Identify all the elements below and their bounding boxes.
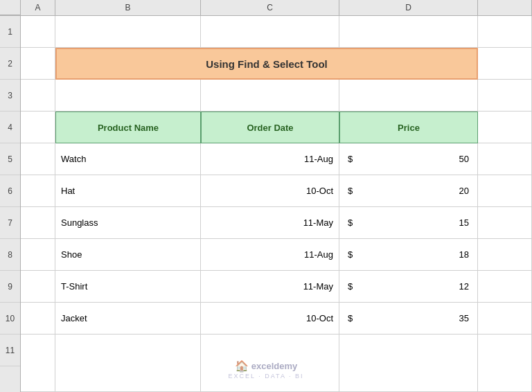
currency-8: $ [348,249,353,260]
cell-1a [21,16,55,48]
row-numbers: 1 2 3 4 5 6 7 8 9 10 11 [0,16,21,392]
cell-10e [478,303,532,335]
cell-10a [21,303,55,335]
grid-body: 1 2 3 4 5 6 7 8 9 10 11 U [0,16,532,392]
cell-8d: $ 18 [339,239,478,271]
watermark-subtitle: EXCEL · DATA · BI [229,373,304,380]
grid-row-10: Jacket 10-Oct $ 35 [21,303,532,335]
spreadsheet: A B C D 1 2 3 4 5 6 7 8 9 10 11 [0,0,532,392]
cell-7b: Sunglass [55,207,201,239]
price-6: 20 [459,186,469,196]
cell-8c: 11-Aug [201,239,339,271]
cell-11e [478,335,532,392]
grid-row-5: Watch 11-Aug $ 50 [21,143,532,175]
cell-9a [21,271,55,303]
watermark-icon: 🏠 [235,359,249,373]
cell-7e [478,207,532,239]
cell-10c: 10-Oct [201,303,339,335]
cell-5a [21,143,55,175]
cell-6c: 10-Oct [201,175,339,207]
col-header-b: B [55,0,201,15]
cell-8e [478,239,532,271]
cell-2e [478,48,532,80]
watermark: 🏠 exceldemy EXCEL · DATA · BI [229,359,304,380]
cell-5e [478,143,532,175]
cell-5c: 11-Aug [201,143,339,175]
currency-10: $ [348,313,353,323]
cell-11b [55,335,201,392]
cell-1e [478,16,532,48]
header-date: Order Date [201,112,339,143]
column-headers: A B C D [0,0,532,16]
grid-row-6: Hat 10-Oct $ 20 [21,175,532,207]
cell-7d: $ 15 [339,207,478,239]
cell-6d: $ 20 [339,175,478,207]
grid-content: Using Find & Select Tool Product Name Or… [21,16,532,392]
row-num-9: 9 [0,271,20,303]
cell-4a [21,112,55,143]
currency-6: $ [348,186,353,196]
cell-6b: Hat [55,175,201,207]
header-product: Product Name [55,112,201,143]
cell-10d: $ 35 [339,303,478,335]
cell-8b: Shoe [55,239,201,271]
row-num-6: 6 [0,175,20,207]
price-9: 12 [459,281,469,292]
row-num-11: 11 [0,335,20,366]
row-num-7: 7 [0,207,20,239]
cell-4e [478,112,532,143]
price-5: 50 [459,154,469,164]
grid-row-2: Using Find & Select Tool [21,48,532,80]
col-header-a: A [21,0,55,15]
row-num-1: 1 [0,16,20,48]
price-7: 15 [459,217,469,228]
cell-11a [21,335,55,392]
cell-9c: 11-May [201,271,339,303]
cell-3e [478,80,532,112]
grid-row-1 [21,16,532,48]
cell-7c: 11-May [201,207,339,239]
row-num-3: 3 [0,80,20,112]
price-10: 35 [459,313,469,323]
cell-3b [55,80,201,112]
grid-row-3 [21,80,532,112]
price-8: 18 [459,249,469,260]
cell-3c [201,80,339,112]
cell-9b: T-Shirt [55,271,201,303]
header-price: Price [339,112,478,143]
cell-6e [478,175,532,207]
cell-5d: $ 50 [339,143,478,175]
cell-3a [21,80,55,112]
row-num-10: 10 [0,303,20,335]
cell-10b: Jacket [55,303,201,335]
col-header-d: D [339,0,478,15]
cell-1c [201,16,339,48]
watermark-name: exceldemy [251,361,298,371]
grid-row-9: T-Shirt 11-May $ 12 [21,271,532,303]
grid-row-7: Sunglass 11-May $ 15 [21,207,532,239]
cell-11d [339,335,478,392]
cell-5b: Watch [55,143,201,175]
row-num-8: 8 [0,239,20,271]
currency-9: $ [348,281,353,292]
row-num-4: 4 [0,112,20,143]
cell-8a [21,239,55,271]
cell-7a [21,207,55,239]
cell-2a [21,48,55,80]
cell-6a [21,175,55,207]
row-num-5: 5 [0,143,20,175]
cell-1d [339,16,478,48]
grid-row-4: Product Name Order Date Price [21,112,532,143]
currency-7: $ [348,217,353,228]
corner-cell [0,0,21,15]
col-header-c: C [201,0,339,15]
col-header-e [478,0,532,15]
cell-3d [339,80,478,112]
cell-9d: $ 12 [339,271,478,303]
currency-5: $ [348,154,353,164]
grid-row-8: Shoe 11-Aug $ 18 [21,239,532,271]
title-cell: Using Find & Select Tool [55,48,478,80]
cell-1b [55,16,201,48]
row-num-2: 2 [0,48,20,80]
cell-9e [478,271,532,303]
